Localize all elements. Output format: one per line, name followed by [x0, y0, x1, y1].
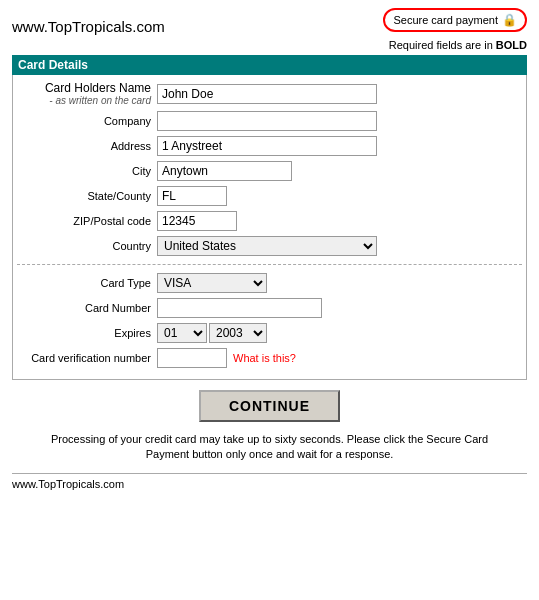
- cardholder-label-wrap: Card Holders Name - as written on the ca…: [17, 81, 157, 106]
- cvn-input[interactable]: [157, 348, 227, 368]
- city-label: City: [17, 165, 157, 177]
- company-row: Company: [17, 111, 522, 131]
- footer-divider: [12, 473, 527, 474]
- secure-badge: Secure card payment 🔒: [383, 8, 527, 32]
- required-note: Required fields are in BOLD: [12, 39, 527, 51]
- country-row: Country United States Canada United King…: [17, 236, 522, 256]
- continue-button[interactable]: CONTINUE: [199, 390, 340, 422]
- form-section: Card Holders Name - as written on the ca…: [12, 75, 527, 380]
- site-title: www.TopTropicals.com: [12, 18, 165, 35]
- address-input[interactable]: [157, 136, 377, 156]
- zip-label: ZIP/Postal code: [17, 215, 157, 227]
- top-bar: www.TopTropicals.com Secure card payment…: [12, 8, 527, 35]
- expires-month-select[interactable]: 01020304 05060708 09101112: [157, 323, 207, 343]
- continue-row: CONTINUE: [12, 390, 527, 422]
- secure-badge-label: Secure card payment: [393, 14, 498, 26]
- card-details-header: Card Details: [12, 55, 527, 75]
- card-type-row: Card Type VISA MasterCard American Expre…: [17, 273, 522, 293]
- address-label: Address: [17, 140, 157, 152]
- expires-row: Expires 01020304 05060708 09101112 20032…: [17, 323, 522, 343]
- card-type-label: Card Type: [17, 277, 157, 289]
- city-row: City: [17, 161, 522, 181]
- company-label: Company: [17, 115, 157, 127]
- expires-inputs: 01020304 05060708 09101112 2003200420052…: [157, 323, 267, 343]
- card-number-label: Card Number: [17, 302, 157, 314]
- city-input[interactable]: [157, 161, 292, 181]
- cardholder-label: Card Holders Name: [45, 81, 151, 95]
- lock-icon: 🔒: [502, 13, 517, 27]
- country-label: Country: [17, 240, 157, 252]
- expires-label: Expires: [17, 327, 157, 339]
- cvn-label: Card verification number: [17, 352, 157, 364]
- card-type-select[interactable]: VISA MasterCard American Express Discove…: [157, 273, 267, 293]
- country-select[interactable]: United States Canada United Kingdom Aust…: [157, 236, 377, 256]
- company-input[interactable]: [157, 111, 377, 131]
- zip-row: ZIP/Postal code: [17, 211, 522, 231]
- section-divider: [17, 264, 522, 265]
- what-is-this-link[interactable]: What is this?: [233, 352, 296, 364]
- state-label: State/County: [17, 190, 157, 202]
- processing-note: Processing of your credit card may take …: [32, 432, 507, 463]
- cardholder-row: Card Holders Name - as written on the ca…: [17, 81, 522, 106]
- expires-year-select[interactable]: 2003200420052006 2007200820092010: [209, 323, 267, 343]
- card-number-input[interactable]: [157, 298, 322, 318]
- state-input[interactable]: [157, 186, 227, 206]
- cardholder-sublabel: - as written on the card: [49, 95, 151, 106]
- cvn-row: Card verification number What is this?: [17, 348, 522, 368]
- footer-text: www.TopTropicals.com: [12, 478, 527, 490]
- state-row: State/County: [17, 186, 522, 206]
- address-row: Address: [17, 136, 522, 156]
- cardholder-input[interactable]: [157, 84, 377, 104]
- zip-input[interactable]: [157, 211, 237, 231]
- card-number-row: Card Number: [17, 298, 522, 318]
